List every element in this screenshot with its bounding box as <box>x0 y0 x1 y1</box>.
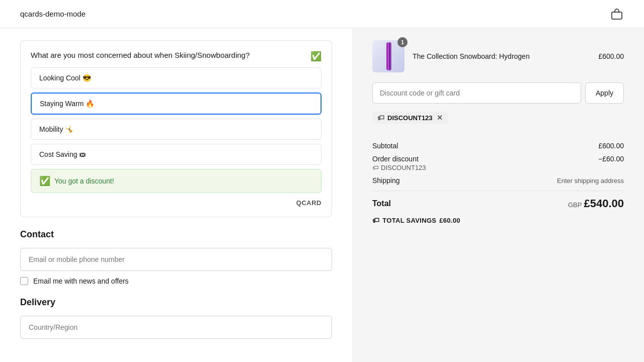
qcard-check-icon: ✅ <box>310 51 321 62</box>
apply-button[interactable]: Apply <box>585 82 624 104</box>
shipping-value: Enter shipping address <box>557 177 624 185</box>
main-layout: What are you most concerned about when S… <box>0 28 644 362</box>
option-looking-cool[interactable]: Looking Cool 😎 <box>31 67 321 88</box>
remove-discount-button[interactable]: ✕ <box>437 114 443 122</box>
newsletter-row: Email me with news and offers <box>20 277 332 285</box>
delivery-title: Delivery <box>20 297 332 308</box>
contact-title: Contact <box>20 229 332 240</box>
discount-code-row: Apply <box>372 82 624 104</box>
shipping-label: Shipping <box>372 176 400 185</box>
discount-code-label: DISCOUNT123 <box>387 114 433 122</box>
order-discount-code-label: 🏷 DISCOUNT123 <box>372 164 426 171</box>
option-mobility[interactable]: Mobility 🤸 <box>31 119 321 140</box>
cart-icon[interactable] <box>610 7 624 21</box>
option-mobility-label: Mobility 🤸 <box>39 125 73 133</box>
option-cost-saving[interactable]: Cost Saving 🎟 <box>31 144 321 165</box>
product-price: £600.00 <box>598 52 624 60</box>
option-looking-cool-label: Looking Cool 😎 <box>39 74 91 82</box>
header: qcards-demo-mode <box>0 0 644 28</box>
product-row: 1 The Collection Snowboard: Hydrogen £60… <box>372 40 624 72</box>
option-cost-saving-label: Cost Saving 🎟 <box>39 150 86 158</box>
applied-discount-row: 🏷 DISCOUNT123 ✕ <box>372 112 624 134</box>
savings-label: TOTAL SAVINGS <box>382 217 436 224</box>
shipping-row: Shipping Enter shipping address <box>372 176 624 185</box>
qcard-success-text: You got a discount! <box>54 177 114 185</box>
discount-tag: 🏷 DISCOUNT123 ✕ <box>372 112 448 124</box>
svg-rect-3 <box>388 42 391 70</box>
left-panel: What are you most concerned about when S… <box>0 28 352 362</box>
right-panel: 1 The Collection Snowboard: Hydrogen £60… <box>352 28 644 362</box>
success-check-icon: ✅ <box>39 175 50 187</box>
site-logo: qcards-demo-mode <box>20 10 86 18</box>
savings-row: 🏷 TOTAL SAVINGS £60.00 <box>372 216 624 224</box>
total-row: Total GBP£540.00 <box>372 197 624 210</box>
contact-section: Contact Email me with news and offers <box>20 229 332 285</box>
subtotal-row: Subtotal £600.00 <box>372 142 624 150</box>
product-name: The Collection Snowboard: Hydrogen <box>413 52 590 60</box>
order-discount-label-group: Order discount 🏷 DISCOUNT123 <box>372 155 426 171</box>
total-currency: GBP <box>568 201 582 209</box>
newsletter-label: Email me with news and offers <box>33 277 129 285</box>
order-discount-row: Order discount 🏷 DISCOUNT123 −£60.00 <box>372 155 624 171</box>
total-divider <box>372 191 624 191</box>
email-field[interactable] <box>20 248 332 271</box>
savings-value: £60.00 <box>439 217 460 224</box>
option-staying-warm-label: Staying Warm 🔥 <box>40 100 94 108</box>
discount-tag-small-icon: 🏷 <box>372 164 379 171</box>
product-quantity-badge: 1 <box>397 37 408 47</box>
qcard-success-banner: ✅ You got a discount! <box>31 169 321 193</box>
subtotal-label: Subtotal <box>372 142 398 150</box>
subtotal-value: £600.00 <box>598 142 624 150</box>
delivery-section: Delivery <box>20 297 332 339</box>
discount-amount: −£60.00 <box>598 155 624 163</box>
newsletter-checkbox[interactable] <box>20 277 28 285</box>
qcard-question: What are you most concerned about when S… <box>31 51 321 59</box>
total-label: Total <box>372 199 391 208</box>
country-region-field[interactable] <box>20 316 332 339</box>
discount-code-input[interactable] <box>372 82 581 104</box>
order-discount-label: Order discount <box>372 155 426 163</box>
qcard-widget: What are you most concerned about when S… <box>20 40 332 217</box>
option-staying-warm[interactable]: Staying Warm 🔥 <box>31 93 321 115</box>
qcard-question-text: What are you most concerned about when S… <box>31 51 250 59</box>
savings-tag-icon: 🏷 <box>372 216 379 224</box>
svg-rect-0 <box>612 12 622 19</box>
qcard-brand: QCARD <box>31 199 321 207</box>
total-value: GBP£540.00 <box>568 197 624 210</box>
product-image-wrap: 1 <box>372 40 405 72</box>
tag-icon: 🏷 <box>377 114 384 122</box>
